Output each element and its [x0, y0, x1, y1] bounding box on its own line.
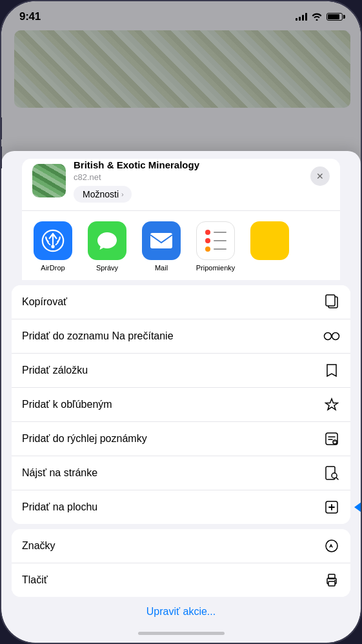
- battery-icon: [327, 13, 343, 21]
- app-item-reminders[interactable]: Pripomienky: [192, 221, 239, 272]
- share-header-card: British & Exotic Mineralogy c82.net Možn…: [12, 159, 350, 280]
- action-label-markup: Značky: [22, 540, 55, 552]
- apps-row-container: AirDrop Správy: [22, 210, 340, 280]
- action-list-2: Značky Tlačiť: [12, 529, 350, 597]
- app-label-airdrop: AirDrop: [41, 264, 65, 272]
- action-item-copy[interactable]: Kopírovať: [12, 285, 350, 319]
- app-item-messages[interactable]: Správy: [84, 221, 130, 272]
- action-item-find[interactable]: Nájsť na stránke: [12, 456, 350, 490]
- apps-row: AirDrop Správy: [27, 221, 335, 272]
- app-label-reminders: Pripomienky: [196, 264, 236, 272]
- signal-bars: [296, 13, 307, 21]
- add-home-icon: [323, 499, 340, 516]
- messages-icon: [96, 229, 119, 252]
- partial-app-icon: [250, 221, 289, 260]
- status-bar: 9:41: [1, 1, 361, 28]
- search-doc-icon: [323, 465, 340, 481]
- action-label-add-home: Pridať na plochu: [22, 501, 97, 513]
- options-button[interactable]: Možnosti ›: [74, 186, 132, 203]
- action-item-markup[interactable]: Značky: [12, 529, 350, 563]
- markup-icon: [323, 538, 340, 554]
- close-icon: ✕: [316, 172, 324, 181]
- action-label-reading-list: Pridať do zoznamu Na prečítanie: [22, 330, 174, 342]
- action-item-quick-note[interactable]: Pridať do rýchlej poznámky: [12, 422, 350, 456]
- home-indicator: [1, 627, 361, 643]
- action-item-add-home[interactable]: Pridať na plochu: [12, 490, 350, 524]
- status-icons: [296, 13, 343, 21]
- book-icon: [323, 362, 340, 379]
- mail-icon: [149, 232, 174, 250]
- glasses-icon: [323, 328, 340, 345]
- reminders-icon: [201, 227, 230, 254]
- messages-icon-bg: [88, 221, 126, 260]
- options-chevron: ›: [121, 190, 124, 198]
- share-header: British & Exotic Mineralogy c82.net Možn…: [22, 159, 340, 210]
- note-icon: [323, 430, 340, 447]
- action-label-copy: Kopírovať: [22, 296, 67, 308]
- app-label-messages: Správy: [96, 264, 118, 272]
- options-label: Možnosti: [83, 189, 119, 199]
- phone-screen: 9:41: [1, 1, 361, 643]
- star-icon: [323, 396, 340, 413]
- action-item-print[interactable]: Tlačiť: [12, 563, 350, 597]
- volume-up-button[interactable]: [1, 117, 2, 139]
- action-label-print: Tlačiť: [22, 574, 48, 586]
- action-list-1: Kopírovať Pridať do zoznamu Na prečítani…: [12, 285, 350, 524]
- share-sheet: British & Exotic Mineralogy c82.net Možn…: [1, 151, 361, 643]
- volume-down-button[interactable]: [1, 146, 2, 168]
- svg-point-5: [325, 333, 332, 340]
- share-favicon: [32, 164, 66, 197]
- airdrop-icon-bg: [34, 221, 72, 260]
- print-icon: [323, 572, 340, 589]
- edit-actions-label: Upraviť akcie...: [146, 606, 216, 617]
- share-url: c82.net: [74, 172, 330, 182]
- wifi-icon: [312, 13, 322, 21]
- share-title: British & Exotic Mineralogy: [74, 159, 330, 172]
- status-time: 9:41: [19, 10, 41, 23]
- action-label-bookmark: Pridať záložku: [22, 365, 88, 376]
- copy-icon: [323, 294, 340, 310]
- svg-point-6: [332, 333, 339, 340]
- action-item-bookmark[interactable]: Pridať záložku: [12, 354, 350, 388]
- svg-point-1: [51, 245, 54, 248]
- home-bar: [138, 632, 225, 635]
- action-label-favorites: Pridať k obľúbeným: [22, 399, 112, 410]
- action-item-favorites[interactable]: Pridať k obľúbeným: [12, 388, 350, 422]
- app-item-partial[interactable]: [246, 221, 293, 272]
- arrow-head: [354, 501, 361, 514]
- reminders-icon-bg: [196, 221, 235, 260]
- svg-rect-15: [328, 581, 335, 586]
- app-label-mail: Mail: [155, 264, 168, 272]
- svg-rect-2: [150, 233, 172, 248]
- svg-rect-4: [326, 295, 335, 306]
- blue-arrow: [354, 501, 361, 514]
- edit-actions-section[interactable]: Upraviť akcie...: [1, 597, 361, 627]
- svg-point-16: [334, 580, 336, 581]
- action-label-quick-note: Pridať do rýchlej poznámky: [22, 433, 147, 445]
- action-label-find: Nájsť na stránke: [22, 467, 97, 479]
- mail-icon-bg: [142, 221, 181, 260]
- app-item-mail[interactable]: Mail: [138, 221, 185, 272]
- app-item-airdrop[interactable]: AirDrop: [30, 221, 76, 272]
- action-item-reading-list[interactable]: Pridať do zoznamu Na prečítanie: [12, 319, 350, 354]
- phone-frame: 9:41: [0, 0, 362, 644]
- airdrop-icon: [41, 229, 65, 252]
- share-info: British & Exotic Mineralogy c82.net Možn…: [74, 159, 330, 203]
